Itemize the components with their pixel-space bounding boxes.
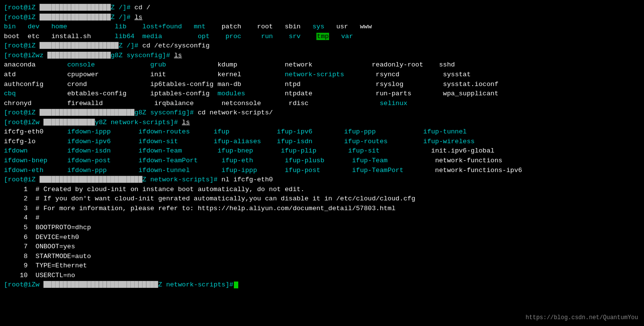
sc-sp28 — [261, 100, 289, 107]
ls-usr: usr — [336, 23, 348, 30]
ns-sp19 — [47, 157, 67, 164]
sc-sp19 — [16, 90, 67, 97]
cmd-cd-root: cd / — [130, 4, 150, 11]
ns-sp12 — [388, 138, 423, 145]
sc-ntpdate: ntpdate — [285, 90, 312, 97]
ns-network-functions: network-functions — [435, 157, 502, 164]
terminal-line-10: cbq ebtables-config iptables-config modu… — [4, 89, 640, 99]
nl-sp4 — [28, 214, 36, 221]
terminal-line-19: [root@iZ ██████████████████████████Z net… — [4, 175, 640, 185]
nl-line-7: 7 ONBOOT=yes — [4, 242, 640, 252]
ls-tmp: tmp — [316, 33, 329, 40]
ls-run: run — [261, 33, 273, 40]
ns-ifdown-routes: ifdown-routes — [138, 128, 189, 135]
prompt-end-2: Z /]# — [111, 14, 131, 21]
nl-content-6: DEVICE=eth0 — [36, 234, 79, 241]
ls-sep6 — [206, 23, 221, 30]
ns-ifup-ippp: ifup-ippp — [222, 167, 257, 174]
ns-ifdown-post: ifdown-post — [67, 157, 111, 164]
nl-sp9 — [28, 262, 36, 269]
nl-sp8 — [28, 253, 36, 260]
sc-sp7 — [16, 71, 67, 78]
ns-ifup-bnep: ifup-bnep — [218, 147, 253, 154]
nl-content-5: BOOTPROTO=dhcp — [36, 224, 91, 231]
nl-sp3 — [28, 205, 36, 212]
nl-num-1: 1 — [4, 186, 28, 193]
ns-ifup-plip: ifup-plip — [281, 147, 316, 154]
ls-lost: lost+found — [143, 23, 182, 30]
terminal-line-3: bin dev home lib lost+found mnt patch ro… — [4, 22, 640, 32]
ls-sp9 — [301, 33, 316, 40]
ls-sp5 — [162, 33, 198, 40]
nl-content-10: USERCTL=no — [36, 272, 75, 279]
sc-sp17 — [301, 81, 376, 88]
ns-ifdown-ipv6: ifdown-ipv6 — [67, 138, 111, 145]
nl-num-7: 7 — [4, 243, 28, 250]
ns-sp30 — [403, 167, 435, 174]
ns-sp1 — [43, 128, 67, 135]
sc-authconfig: authconfig — [4, 81, 43, 88]
nl-num-4: 4 — [4, 214, 28, 221]
ns-sp26 — [107, 167, 139, 174]
nl-content-7: ONBOOT=yes — [36, 243, 75, 250]
ns-ifcfg-lo: ifcfg-lo — [4, 138, 36, 145]
ls-sep — [16, 23, 27, 30]
terminal-line-4: boot etc install.sh lib64 media opt proc… — [4, 32, 640, 42]
sc-selinux: selinux — [380, 100, 408, 107]
sc-sp16 — [241, 81, 285, 88]
ns-ifup-teamport: ifup-TeamPort — [352, 167, 403, 174]
prompt-end-8: Z network-scripts]# — [158, 281, 233, 288]
ns-ifup-wireless: ifup-wireless — [423, 138, 475, 145]
sc-sp27 — [194, 100, 222, 107]
ns-sp6 — [376, 128, 423, 135]
sc-cpupower: cpupower — [67, 71, 99, 78]
ns-sp29 — [320, 167, 352, 174]
terminal-window: [root@iZ ██████████████████Z /]# cd / [r… — [4, 3, 640, 290]
terminal-line-16: ifdown ifdown-isdn ifdown-Team ifup-bnep… — [4, 146, 640, 156]
ns-ifup-ppp: ifup-ppp — [344, 128, 376, 135]
ls-patch: patch — [222, 23, 242, 30]
terminal-line-13: [root@iZw █████████████y8Z network-scrip… — [4, 118, 640, 128]
nl-num-6: 6 — [4, 234, 28, 241]
ns-ifdown-ippp: ifdown-ippp — [67, 128, 111, 135]
nl-num-3: 3 — [4, 205, 28, 212]
nl-sp1 — [28, 186, 36, 193]
terminal-line-5: [root@iZ ████████████████████Z /]# cd /e… — [4, 41, 640, 51]
cmd-ls-1: ls — [130, 14, 142, 21]
ls-boot: boot — [4, 33, 20, 40]
cmd-ls-3: ls — [178, 119, 189, 126]
sc-sp23 — [312, 90, 376, 97]
sc-atd: atd — [4, 71, 16, 78]
nl-line-4: 4 # — [4, 213, 640, 223]
ns-sp8 — [111, 138, 139, 145]
sc-sp10 — [241, 71, 285, 78]
ns-sp27 — [190, 167, 222, 174]
nl-line-3: 3 # For more information, please refer t… — [4, 204, 640, 214]
ls-sep8 — [273, 23, 285, 30]
ns-ifdown-team: ifdown-Team — [138, 147, 182, 154]
watermark: https://blog.csdn.net/QuantumYou — [526, 314, 638, 322]
nl-num-8: 8 — [4, 253, 28, 260]
sc-firewalld: firewalld — [67, 100, 103, 107]
ls-home: home — [51, 23, 67, 30]
prompt-end: Z /]# — [111, 4, 131, 11]
ls-sp2 — [40, 33, 51, 40]
ls-dev: dev — [28, 23, 40, 30]
nl-line-2: 2 # If you don't want cloud-init genrate… — [4, 194, 640, 204]
sc-chronyd: chronyd — [4, 100, 32, 107]
prompt-end-6: y8Z network-scripts]# — [95, 119, 178, 126]
prompt-end-3: Z /]# — [119, 42, 139, 49]
ns-ifdown-tunnel: ifdown-tunnel — [138, 167, 189, 174]
cmd-cd-netscripts: cd network-scripts/ — [194, 109, 273, 116]
ns-ifdown: ifdown — [4, 147, 28, 154]
ns-sp20 — [111, 157, 139, 164]
prompt-end-4: g8Z sysconfig]# — [111, 52, 170, 59]
host-blur-3: ████████████████████ — [36, 42, 119, 49]
sc-sp15 — [213, 81, 217, 88]
ls-var: var — [341, 33, 353, 40]
ns-sp17 — [316, 147, 348, 154]
host-blur-4: ████████████████ — [43, 52, 111, 59]
ns-ifdown-isdn: ifdown-isdn — [67, 147, 111, 154]
sc-man-db: man-db — [218, 81, 242, 88]
sc-sysstat-ioconf: sysstat.ioconf — [443, 81, 498, 88]
